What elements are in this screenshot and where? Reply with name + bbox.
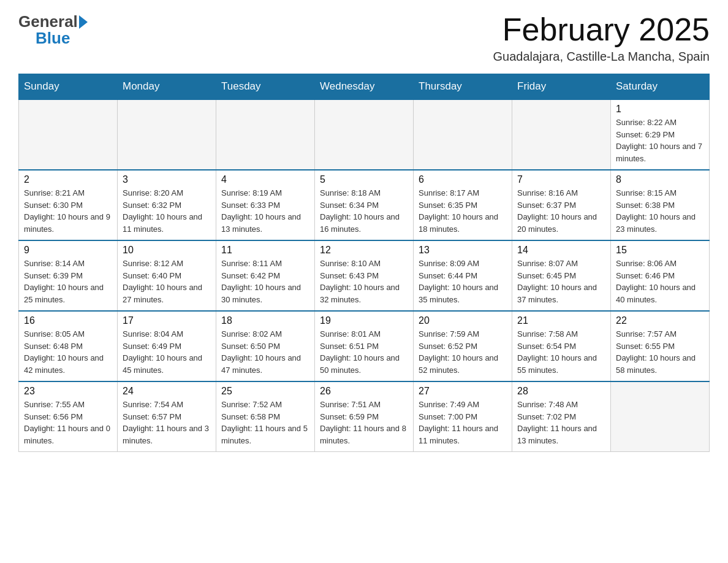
calendar-cell bbox=[512, 99, 611, 170]
day-header-monday: Monday bbox=[118, 74, 216, 100]
day-number: 22 bbox=[616, 315, 704, 326]
day-number: 5 bbox=[320, 174, 408, 185]
day-number: 14 bbox=[517, 245, 605, 256]
calendar-cell: 5Sunrise: 8:18 AMSunset: 6:34 PMDaylight… bbox=[315, 170, 414, 240]
calendar-cell: 28Sunrise: 7:48 AMSunset: 7:02 PMDayligh… bbox=[512, 381, 611, 452]
day-number: 23 bbox=[24, 386, 112, 397]
day-number: 9 bbox=[24, 245, 112, 256]
calendar-cell bbox=[118, 99, 216, 170]
day-number: 17 bbox=[123, 315, 211, 326]
day-info: Sunrise: 8:14 AMSunset: 6:39 PMDaylight:… bbox=[24, 258, 112, 305]
day-number: 13 bbox=[419, 245, 507, 256]
calendar-cell: 1Sunrise: 8:22 AMSunset: 6:29 PMDaylight… bbox=[611, 99, 710, 170]
day-number: 11 bbox=[221, 245, 309, 256]
day-info: Sunrise: 8:21 AMSunset: 6:30 PMDaylight:… bbox=[24, 187, 112, 235]
calendar-header-row: SundayMondayTuesdayWednesdayThursdayFrid… bbox=[19, 74, 710, 100]
calendar-week-row: 2Sunrise: 8:21 AMSunset: 6:30 PMDaylight… bbox=[19, 170, 710, 240]
calendar-week-row: 9Sunrise: 8:14 AMSunset: 6:39 PMDaylight… bbox=[19, 240, 710, 311]
day-number: 16 bbox=[24, 315, 112, 326]
day-info: Sunrise: 7:48 AMSunset: 7:02 PMDaylight:… bbox=[517, 399, 605, 446]
day-info: Sunrise: 8:18 AMSunset: 6:34 PMDaylight:… bbox=[320, 187, 408, 235]
day-header-friday: Friday bbox=[512, 74, 611, 100]
day-number: 3 bbox=[123, 174, 211, 185]
calendar-cell: 26Sunrise: 7:51 AMSunset: 6:59 PMDayligh… bbox=[315, 381, 414, 452]
day-number: 25 bbox=[221, 386, 309, 397]
calendar-cell: 19Sunrise: 8:01 AMSunset: 6:51 PMDayligh… bbox=[315, 311, 414, 381]
calendar-cell: 23Sunrise: 7:55 AMSunset: 6:56 PMDayligh… bbox=[19, 381, 118, 452]
day-number: 8 bbox=[616, 174, 704, 185]
calendar-cell: 24Sunrise: 7:54 AMSunset: 6:57 PMDayligh… bbox=[118, 381, 216, 452]
day-info: Sunrise: 7:59 AMSunset: 6:52 PMDaylight:… bbox=[419, 328, 507, 376]
day-info: Sunrise: 8:15 AMSunset: 6:38 PMDaylight:… bbox=[616, 187, 704, 235]
calendar-cell bbox=[216, 99, 315, 170]
calendar-week-row: 23Sunrise: 7:55 AMSunset: 6:56 PMDayligh… bbox=[19, 381, 710, 452]
calendar-cell: 9Sunrise: 8:14 AMSunset: 6:39 PMDaylight… bbox=[19, 240, 118, 311]
day-number: 21 bbox=[517, 315, 605, 326]
logo-blue-text: Blue bbox=[36, 29, 70, 48]
calendar-cell: 22Sunrise: 7:57 AMSunset: 6:55 PMDayligh… bbox=[611, 311, 710, 381]
calendar-cell bbox=[414, 99, 512, 170]
day-number: 7 bbox=[517, 174, 605, 185]
day-header-wednesday: Wednesday bbox=[315, 74, 414, 100]
day-info: Sunrise: 8:20 AMSunset: 6:32 PMDaylight:… bbox=[123, 187, 211, 235]
day-info: Sunrise: 8:01 AMSunset: 6:51 PMDaylight:… bbox=[320, 328, 408, 376]
calendar-cell: 27Sunrise: 7:49 AMSunset: 7:00 PMDayligh… bbox=[414, 381, 512, 452]
day-number: 20 bbox=[419, 315, 507, 326]
calendar-cell: 16Sunrise: 8:05 AMSunset: 6:48 PMDayligh… bbox=[19, 311, 118, 381]
day-number: 28 bbox=[517, 386, 605, 397]
calendar-cell: 7Sunrise: 8:16 AMSunset: 6:37 PMDaylight… bbox=[512, 170, 611, 240]
day-number: 18 bbox=[221, 315, 309, 326]
calendar-cell bbox=[315, 99, 414, 170]
day-info: Sunrise: 8:19 AMSunset: 6:33 PMDaylight:… bbox=[221, 187, 309, 235]
month-title: February 2025 bbox=[493, 12, 710, 47]
calendar-cell bbox=[611, 381, 710, 452]
day-info: Sunrise: 8:02 AMSunset: 6:50 PMDaylight:… bbox=[221, 328, 309, 376]
day-number: 15 bbox=[616, 245, 704, 256]
location-text: Guadalajara, Castille-La Mancha, Spain bbox=[493, 50, 710, 64]
day-number: 1 bbox=[616, 104, 704, 115]
calendar-cell bbox=[19, 99, 118, 170]
day-info: Sunrise: 8:05 AMSunset: 6:48 PMDaylight:… bbox=[24, 328, 112, 376]
day-info: Sunrise: 8:12 AMSunset: 6:40 PMDaylight:… bbox=[123, 258, 211, 305]
day-number: 10 bbox=[123, 245, 211, 256]
calendar-cell: 10Sunrise: 8:12 AMSunset: 6:40 PMDayligh… bbox=[118, 240, 216, 311]
calendar-cell: 4Sunrise: 8:19 AMSunset: 6:33 PMDaylight… bbox=[216, 170, 315, 240]
day-info: Sunrise: 8:16 AMSunset: 6:37 PMDaylight:… bbox=[517, 187, 605, 235]
calendar-cell: 3Sunrise: 8:20 AMSunset: 6:32 PMDaylight… bbox=[118, 170, 216, 240]
day-info: Sunrise: 8:11 AMSunset: 6:42 PMDaylight:… bbox=[221, 258, 309, 305]
day-header-sunday: Sunday bbox=[19, 74, 118, 100]
day-info: Sunrise: 8:04 AMSunset: 6:49 PMDaylight:… bbox=[123, 328, 211, 376]
day-header-tuesday: Tuesday bbox=[216, 74, 315, 100]
day-info: Sunrise: 8:22 AMSunset: 6:29 PMDaylight:… bbox=[616, 117, 704, 164]
logo-arrow-icon bbox=[79, 15, 88, 29]
day-number: 26 bbox=[320, 386, 408, 397]
day-info: Sunrise: 7:52 AMSunset: 6:58 PMDaylight:… bbox=[221, 399, 309, 446]
day-number: 6 bbox=[419, 174, 507, 185]
day-info: Sunrise: 7:54 AMSunset: 6:57 PMDaylight:… bbox=[123, 399, 211, 446]
calendar-cell: 8Sunrise: 8:15 AMSunset: 6:38 PMDaylight… bbox=[611, 170, 710, 240]
calendar-cell: 18Sunrise: 8:02 AMSunset: 6:50 PMDayligh… bbox=[216, 311, 315, 381]
calendar-cell: 20Sunrise: 7:59 AMSunset: 6:52 PMDayligh… bbox=[414, 311, 512, 381]
calendar-cell: 25Sunrise: 7:52 AMSunset: 6:58 PMDayligh… bbox=[216, 381, 315, 452]
day-info: Sunrise: 8:06 AMSunset: 6:46 PMDaylight:… bbox=[616, 258, 704, 305]
day-header-saturday: Saturday bbox=[611, 74, 710, 100]
calendar-cell: 14Sunrise: 8:07 AMSunset: 6:45 PMDayligh… bbox=[512, 240, 611, 311]
title-block: February 2025 Guadalajara, Castille-La M… bbox=[493, 12, 710, 64]
day-header-thursday: Thursday bbox=[414, 74, 512, 100]
day-info: Sunrise: 7:57 AMSunset: 6:55 PMDaylight:… bbox=[616, 328, 704, 376]
day-number: 2 bbox=[24, 174, 112, 185]
calendar-cell: 17Sunrise: 8:04 AMSunset: 6:49 PMDayligh… bbox=[118, 311, 216, 381]
calendar-cell: 11Sunrise: 8:11 AMSunset: 6:42 PMDayligh… bbox=[216, 240, 315, 311]
calendar-table: SundayMondayTuesdayWednesdayThursdayFrid… bbox=[18, 74, 710, 452]
logo: General Blue bbox=[18, 12, 88, 48]
day-info: Sunrise: 7:49 AMSunset: 7:00 PMDaylight:… bbox=[419, 399, 507, 446]
day-number: 4 bbox=[221, 174, 309, 185]
calendar-cell: 2Sunrise: 8:21 AMSunset: 6:30 PMDaylight… bbox=[19, 170, 118, 240]
day-info: Sunrise: 8:17 AMSunset: 6:35 PMDaylight:… bbox=[419, 187, 507, 235]
calendar-week-row: 1Sunrise: 8:22 AMSunset: 6:29 PMDaylight… bbox=[19, 99, 710, 170]
calendar-week-row: 16Sunrise: 8:05 AMSunset: 6:48 PMDayligh… bbox=[19, 311, 710, 381]
day-number: 19 bbox=[320, 315, 408, 326]
day-info: Sunrise: 8:07 AMSunset: 6:45 PMDaylight:… bbox=[517, 258, 605, 305]
day-info: Sunrise: 7:58 AMSunset: 6:54 PMDaylight:… bbox=[517, 328, 605, 376]
day-info: Sunrise: 7:51 AMSunset: 6:59 PMDaylight:… bbox=[320, 399, 408, 446]
